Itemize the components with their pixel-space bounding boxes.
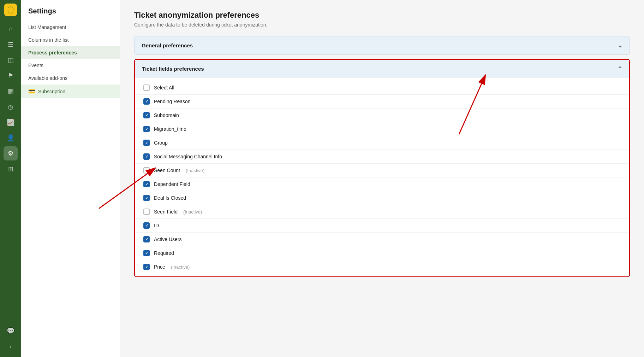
chevron-up-icon: ⌃: [618, 65, 622, 72]
sidebar-item-columns-in-list[interactable]: Columns in the list: [21, 34, 120, 46]
list-item: Dependent Field: [135, 177, 629, 191]
general-preferences-label: General preferences: [142, 42, 193, 48]
settings-icon[interactable]: ⚙: [4, 146, 18, 160]
pending-reason-label: Pending Reason: [154, 99, 191, 104]
seen-field-inactive: (Inactive): [183, 209, 202, 215]
subscription-label: Subscription: [38, 89, 65, 94]
list-item: Pending Reason: [135, 95, 629, 109]
sidebar-item-subscription[interactable]: 💳 Subscription: [21, 84, 120, 98]
select-all-label: Select All: [154, 85, 174, 90]
required-checkbox[interactable]: [143, 250, 150, 256]
migration-time-checkbox[interactable]: [143, 126, 150, 132]
deal-is-closed-label: Deal Is Closed: [154, 195, 186, 201]
active-users-label: Active Users: [154, 236, 182, 242]
general-preferences-header[interactable]: General preferences ⌄: [135, 36, 630, 54]
sidebar-item-list-management[interactable]: List Management: [21, 21, 120, 34]
expand-icon[interactable]: ›: [4, 339, 18, 353]
list-item: Seen Count (Inactive): [135, 164, 629, 177]
general-preferences-section: General preferences ⌄: [134, 36, 630, 55]
active-users-checkbox[interactable]: [143, 236, 150, 242]
checkbox-list: Select All Pending Reason Subdomain Migr…: [135, 78, 629, 276]
group-checkbox[interactable]: [143, 140, 150, 146]
list-item: Social Messaging Channel Info: [135, 150, 629, 164]
page-title: Ticket anonymization preferences: [134, 11, 630, 20]
pending-reason-checkbox[interactable]: [143, 98, 150, 105]
list-item: Active Users: [135, 233, 629, 246]
list-item: Migration_time: [135, 122, 629, 136]
seen-count-label: Seen Count: [154, 168, 180, 173]
icon-bar: ⌂ ☰ ◫ ⚑ ▦ ◷ 📈 👤 ⚙ ⊞ 💬 ›: [0, 0, 21, 357]
clock-icon[interactable]: ◷: [4, 100, 18, 114]
sidebar-item-available-addons[interactable]: Available add-ons: [21, 72, 120, 84]
main-content: Ticket anonymization preferences Configu…: [120, 0, 644, 357]
social-messaging-label: Social Messaging Channel Info: [154, 154, 222, 159]
list-item: ID: [135, 219, 629, 233]
chevron-down-icon: ⌄: [618, 42, 622, 49]
card-icon: 💳: [28, 88, 35, 95]
chat-icon[interactable]: 💬: [4, 324, 18, 338]
social-messaging-checkbox[interactable]: [143, 153, 150, 160]
list-item: Subdomain: [135, 109, 629, 122]
sidebar-title: Settings: [21, 7, 120, 21]
price-label: Price: [154, 264, 165, 270]
list-item: Group: [135, 136, 629, 150]
grid-icon[interactable]: ⊞: [4, 162, 18, 176]
flag-icon[interactable]: ⚑: [4, 69, 18, 83]
seen-count-inactive: (Inactive): [186, 168, 204, 173]
group-label: Group: [154, 140, 168, 146]
seen-count-checkbox[interactable]: [143, 167, 150, 174]
list-item: Seen Field (Inactive): [135, 205, 629, 219]
users-icon[interactable]: 👤: [4, 131, 18, 145]
list-item: Price (Inactive): [135, 260, 629, 274]
migration-time-label: Migration_time: [154, 126, 186, 132]
list-icon[interactable]: ☰: [4, 37, 18, 52]
page-subtitle: Configure the data to be deleted during …: [134, 22, 630, 28]
ticket-fields-label: Ticket fields preferences: [142, 66, 204, 72]
seen-field-label: Seen Field: [154, 209, 178, 215]
list-item: Required: [135, 246, 629, 260]
document-icon[interactable]: ◫: [4, 53, 18, 67]
subdomain-checkbox[interactable]: [143, 112, 150, 118]
subdomain-label: Subdomain: [154, 112, 179, 118]
sidebar-item-process-preferences[interactable]: Process preferences: [21, 46, 120, 59]
list-item: Deal Is Closed: [135, 191, 629, 205]
seen-field-checkbox[interactable]: [143, 209, 150, 215]
id-checkbox[interactable]: [143, 222, 150, 229]
id-label: ID: [154, 223, 159, 228]
ticket-fields-header[interactable]: Ticket fields preferences ⌃: [135, 60, 629, 78]
list-item: Select All: [135, 81, 629, 95]
sidebar: Settings List Management Columns in the …: [21, 0, 120, 357]
price-inactive: (Inactive): [171, 264, 190, 270]
select-all-checkbox[interactable]: [143, 84, 150, 91]
dependent-field-checkbox[interactable]: [143, 181, 150, 187]
ticket-fields-section: Ticket fields preferences ⌃ Select All P…: [134, 59, 630, 277]
sidebar-item-events[interactable]: Events: [21, 59, 120, 72]
app-logo: [4, 4, 17, 16]
deal-is-closed-checkbox[interactable]: [143, 195, 150, 201]
graph-icon[interactable]: 📈: [4, 115, 18, 129]
calendar-icon[interactable]: ▦: [4, 84, 18, 98]
required-label: Required: [154, 250, 174, 256]
price-checkbox[interactable]: [143, 264, 150, 270]
dependent-field-label: Dependent Field: [154, 181, 190, 187]
home-icon[interactable]: ⌂: [4, 22, 18, 36]
